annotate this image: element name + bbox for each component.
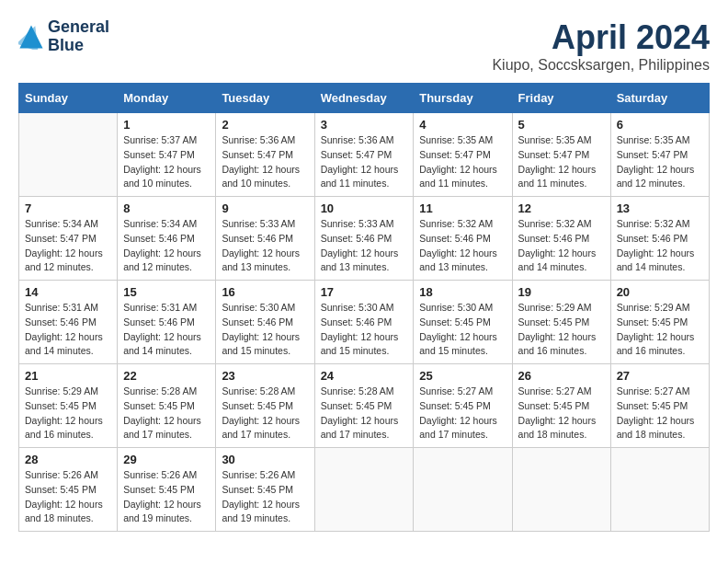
day-info: Sunrise: 5:34 AMSunset: 5:46 PMDaylight:…	[123, 217, 210, 275]
day-number: 4	[419, 118, 506, 132]
day-number: 14	[25, 285, 111, 299]
day-info: Sunrise: 5:35 AMSunset: 5:47 PMDaylight:…	[419, 133, 506, 191]
calendar-table: SundayMondayTuesdayWednesdayThursdayFrid…	[18, 83, 710, 532]
weekday-friday: Friday	[512, 84, 610, 113]
week-row-5: 28Sunrise: 5:26 AMSunset: 5:45 PMDayligh…	[19, 448, 710, 532]
day-number: 10	[321, 201, 408, 215]
day-cell: 11Sunrise: 5:32 AMSunset: 5:46 PMDayligh…	[414, 197, 512, 281]
day-cell: 4Sunrise: 5:35 AMSunset: 5:47 PMDaylight…	[414, 113, 512, 197]
day-cell: 6Sunrise: 5:35 AMSunset: 5:47 PMDaylight…	[610, 113, 709, 197]
day-number: 8	[123, 201, 210, 215]
weekday-wednesday: Wednesday	[314, 84, 414, 113]
day-cell: 23Sunrise: 5:28 AMSunset: 5:45 PMDayligh…	[216, 364, 314, 448]
day-number: 3	[321, 118, 408, 132]
day-cell: 7Sunrise: 5:34 AMSunset: 5:47 PMDaylight…	[19, 197, 118, 281]
day-number: 25	[419, 369, 506, 383]
day-cell: 27Sunrise: 5:27 AMSunset: 5:45 PMDayligh…	[610, 364, 709, 448]
day-cell	[512, 448, 610, 532]
day-info: Sunrise: 5:34 AMSunset: 5:47 PMDaylight:…	[25, 217, 111, 275]
day-cell	[19, 113, 118, 197]
week-row-4: 21Sunrise: 5:29 AMSunset: 5:45 PMDayligh…	[19, 364, 710, 448]
day-cell: 12Sunrise: 5:32 AMSunset: 5:46 PMDayligh…	[512, 197, 610, 281]
day-cell	[314, 448, 414, 532]
day-number: 30	[222, 453, 308, 466]
day-number: 13	[617, 201, 703, 215]
day-info: Sunrise: 5:29 AMSunset: 5:45 PMDaylight:…	[25, 385, 111, 442]
day-info: Sunrise: 5:35 AMSunset: 5:47 PMDaylight:…	[617, 133, 703, 191]
day-number: 2	[222, 118, 308, 132]
day-info: Sunrise: 5:30 AMSunset: 5:46 PMDaylight:…	[321, 301, 408, 359]
day-cell: 10Sunrise: 5:33 AMSunset: 5:46 PMDayligh…	[314, 197, 414, 281]
day-number: 11	[419, 201, 506, 215]
day-info: Sunrise: 5:27 AMSunset: 5:45 PMDaylight:…	[419, 385, 506, 442]
logo-text: General Blue	[48, 18, 109, 55]
day-cell: 17Sunrise: 5:30 AMSunset: 5:46 PMDayligh…	[314, 281, 414, 364]
day-cell: 3Sunrise: 5:36 AMSunset: 5:47 PMDaylight…	[314, 113, 414, 197]
day-number: 12	[518, 201, 605, 215]
day-number: 29	[123, 453, 210, 466]
day-cell: 1Sunrise: 5:37 AMSunset: 5:47 PMDaylight…	[118, 113, 216, 197]
title-section: April 2024 Kiupo, Soccsksargen, Philippi…	[492, 18, 710, 74]
day-number: 15	[123, 285, 210, 299]
day-number: 19	[518, 285, 605, 299]
day-info: Sunrise: 5:32 AMSunset: 5:46 PMDaylight:…	[617, 217, 703, 275]
day-cell: 25Sunrise: 5:27 AMSunset: 5:45 PMDayligh…	[414, 364, 512, 448]
day-number: 6	[617, 118, 703, 132]
day-cell: 26Sunrise: 5:27 AMSunset: 5:45 PMDayligh…	[512, 364, 610, 448]
day-info: Sunrise: 5:28 AMSunset: 5:45 PMDaylight:…	[222, 385, 308, 442]
weekday-saturday: Saturday	[610, 84, 709, 113]
weekday-monday: Monday	[118, 84, 216, 113]
day-info: Sunrise: 5:32 AMSunset: 5:46 PMDaylight:…	[518, 217, 605, 275]
day-cell: 24Sunrise: 5:28 AMSunset: 5:45 PMDayligh…	[314, 364, 414, 448]
day-cell: 18Sunrise: 5:30 AMSunset: 5:45 PMDayligh…	[414, 281, 512, 364]
day-info: Sunrise: 5:32 AMSunset: 5:46 PMDaylight:…	[419, 217, 506, 275]
weekday-tuesday: Tuesday	[216, 84, 314, 113]
day-number: 1	[123, 118, 210, 132]
location-title: Kiupo, Soccsksargen, Philippines	[492, 57, 710, 74]
day-cell: 14Sunrise: 5:31 AMSunset: 5:46 PMDayligh…	[19, 281, 118, 364]
day-info: Sunrise: 5:27 AMSunset: 5:45 PMDaylight:…	[617, 385, 703, 442]
logo-icon	[18, 24, 44, 50]
day-number: 16	[222, 285, 308, 299]
day-number: 20	[617, 285, 703, 299]
day-cell: 28Sunrise: 5:26 AMSunset: 5:45 PMDayligh…	[19, 448, 118, 532]
day-number: 21	[25, 369, 111, 383]
day-info: Sunrise: 5:26 AMSunset: 5:45 PMDaylight:…	[25, 468, 111, 526]
day-cell: 20Sunrise: 5:29 AMSunset: 5:45 PMDayligh…	[610, 281, 709, 364]
day-info: Sunrise: 5:28 AMSunset: 5:45 PMDaylight:…	[321, 385, 408, 442]
day-cell: 19Sunrise: 5:29 AMSunset: 5:45 PMDayligh…	[512, 281, 610, 364]
day-info: Sunrise: 5:36 AMSunset: 5:47 PMDaylight:…	[321, 133, 408, 191]
day-cell: 5Sunrise: 5:35 AMSunset: 5:47 PMDaylight…	[512, 113, 610, 197]
month-title: April 2024	[492, 18, 710, 57]
day-cell: 21Sunrise: 5:29 AMSunset: 5:45 PMDayligh…	[19, 364, 118, 448]
day-number: 7	[25, 201, 111, 215]
day-info: Sunrise: 5:29 AMSunset: 5:45 PMDaylight:…	[617, 301, 703, 359]
day-info: Sunrise: 5:30 AMSunset: 5:45 PMDaylight:…	[419, 301, 506, 359]
week-row-1: 1Sunrise: 5:37 AMSunset: 5:47 PMDaylight…	[19, 113, 710, 197]
day-cell	[610, 448, 709, 532]
weekday-thursday: Thursday	[414, 84, 512, 113]
day-number: 22	[123, 369, 210, 383]
weekday-sunday: Sunday	[19, 84, 118, 113]
day-info: Sunrise: 5:30 AMSunset: 5:46 PMDaylight:…	[222, 301, 308, 359]
day-info: Sunrise: 5:26 AMSunset: 5:45 PMDaylight:…	[123, 468, 210, 526]
day-info: Sunrise: 5:37 AMSunset: 5:47 PMDaylight:…	[123, 133, 210, 191]
day-info: Sunrise: 5:33 AMSunset: 5:46 PMDaylight:…	[222, 217, 308, 275]
day-cell: 22Sunrise: 5:28 AMSunset: 5:45 PMDayligh…	[118, 364, 216, 448]
day-number: 23	[222, 369, 308, 383]
day-info: Sunrise: 5:28 AMSunset: 5:45 PMDaylight:…	[123, 385, 210, 442]
day-cell: 13Sunrise: 5:32 AMSunset: 5:46 PMDayligh…	[610, 197, 709, 281]
day-cell: 16Sunrise: 5:30 AMSunset: 5:46 PMDayligh…	[216, 281, 314, 364]
day-cell: 29Sunrise: 5:26 AMSunset: 5:45 PMDayligh…	[118, 448, 216, 532]
day-info: Sunrise: 5:35 AMSunset: 5:47 PMDaylight:…	[518, 133, 605, 191]
day-number: 27	[617, 369, 703, 383]
day-number: 9	[222, 201, 308, 215]
day-number: 24	[321, 369, 408, 383]
logo-line1: General	[48, 18, 109, 37]
day-info: Sunrise: 5:29 AMSunset: 5:45 PMDaylight:…	[518, 301, 605, 359]
day-info: Sunrise: 5:33 AMSunset: 5:46 PMDaylight:…	[321, 217, 408, 275]
logo: General Blue	[18, 18, 109, 55]
day-info: Sunrise: 5:26 AMSunset: 5:45 PMDaylight:…	[222, 468, 308, 526]
week-row-2: 7Sunrise: 5:34 AMSunset: 5:47 PMDaylight…	[19, 197, 710, 281]
day-cell: 9Sunrise: 5:33 AMSunset: 5:46 PMDaylight…	[216, 197, 314, 281]
